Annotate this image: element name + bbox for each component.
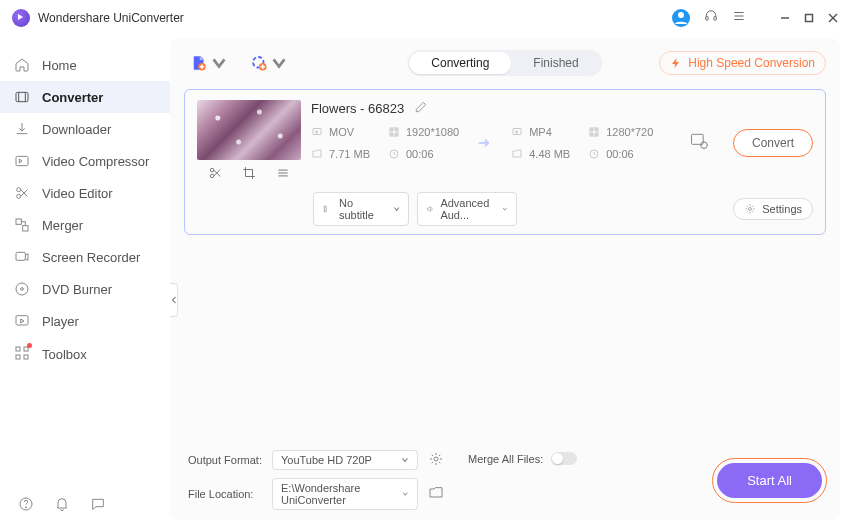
sidebar-item-editor[interactable]: Video Editor (0, 177, 170, 209)
open-folder-icon[interactable] (428, 485, 444, 503)
svg-rect-23 (24, 355, 28, 359)
sidebar-item-player[interactable]: Player (0, 305, 170, 337)
svg-rect-21 (24, 347, 28, 351)
start-all-button[interactable]: Start All (717, 463, 822, 498)
tab-converting[interactable]: Converting (409, 52, 511, 74)
sidebar-item-label: Downloader (42, 122, 111, 137)
edit-name-icon[interactable] (414, 100, 428, 117)
sidebar-item-label: Merger (42, 218, 83, 233)
target-meta: MP4 1280*720 4.48 MB 00:06 (511, 123, 653, 163)
high-speed-label: High Speed Conversion (688, 56, 815, 70)
feedback-icon[interactable] (90, 496, 106, 516)
source-meta: MOV 1920*1080 7.71 MB 00:06 (311, 123, 459, 163)
headset-icon[interactable] (704, 9, 718, 27)
settings-button[interactable]: Settings (733, 198, 813, 220)
main-panel: Converting Finished High Speed Conversio… (170, 39, 840, 520)
sidebar-item-merger[interactable]: Merger (0, 209, 170, 241)
svg-point-43 (434, 457, 438, 461)
svg-point-17 (16, 283, 28, 295)
svg-point-0 (678, 12, 684, 18)
svg-rect-38 (590, 128, 598, 136)
user-avatar[interactable] (672, 9, 690, 27)
file-name: Flowers - 66823 (311, 101, 404, 116)
svg-point-30 (210, 174, 214, 178)
svg-point-41 (701, 142, 708, 149)
close-button[interactable] (828, 13, 838, 23)
svg-point-25 (25, 507, 26, 508)
svg-rect-7 (806, 14, 813, 21)
maximize-button[interactable] (804, 13, 814, 23)
bell-icon[interactable] (54, 496, 70, 516)
svg-point-42 (749, 208, 752, 211)
svg-rect-22 (16, 355, 20, 359)
output-format-select[interactable]: YouTube HD 720P (272, 450, 418, 470)
output-settings-icon[interactable] (689, 131, 709, 155)
merge-label: Merge All Files: (468, 453, 543, 465)
sidebar-item-recorder[interactable]: Screen Recorder (0, 241, 170, 273)
help-icon[interactable] (18, 496, 34, 516)
add-file-button[interactable] (190, 54, 228, 72)
merge-toggle[interactable] (551, 452, 577, 465)
video-thumbnail[interactable] (197, 100, 301, 160)
output-format-label: Output Format: (188, 454, 262, 466)
sidebar-item-label: Home (42, 58, 77, 73)
svg-rect-10 (16, 92, 28, 101)
svg-rect-15 (23, 226, 28, 231)
svg-rect-35 (390, 128, 398, 136)
app-title: Wondershare UniConverter (38, 11, 184, 25)
sidebar-item-label: Video Editor (42, 186, 113, 201)
svg-point-12 (17, 188, 21, 192)
tab-switch: Converting Finished (407, 50, 602, 76)
audio-select[interactable]: Advanced Aud... (417, 192, 517, 226)
svg-point-29 (210, 168, 214, 172)
more-icon[interactable] (276, 166, 290, 184)
sidebar-item-label: Video Compressor (42, 154, 149, 169)
svg-rect-16 (16, 252, 25, 260)
sidebar-item-downloader[interactable]: Downloader (0, 113, 170, 145)
minimize-button[interactable] (780, 13, 790, 23)
sidebar-item-home[interactable]: Home (0, 49, 170, 81)
arrow-icon (475, 133, 495, 153)
sidebar-item-toolbox[interactable]: Toolbox (0, 337, 170, 372)
trim-icon[interactable] (208, 166, 222, 184)
sidebar-item-converter[interactable]: Converter (0, 81, 170, 113)
subtitle-select[interactable]: No subtitle (313, 192, 409, 226)
format-settings-icon[interactable] (428, 451, 444, 469)
menu-icon[interactable] (732, 9, 746, 27)
sidebar-item-label: Screen Recorder (42, 250, 140, 265)
collapse-sidebar-button[interactable] (170, 283, 178, 317)
sidebar-item-dvd[interactable]: DVD Burner (0, 273, 170, 305)
sidebar-item-label: Toolbox (42, 347, 87, 362)
file-location-label: File Location: (188, 488, 262, 500)
crop-icon[interactable] (242, 166, 256, 184)
app-logo (12, 9, 30, 27)
sidebar-item-label: DVD Burner (42, 282, 112, 297)
svg-point-13 (17, 194, 21, 198)
titlebar: Wondershare UniConverter (0, 0, 850, 35)
svg-point-18 (21, 288, 24, 291)
file-location-select[interactable]: E:\Wondershare UniConverter (272, 478, 418, 510)
sidebar-item-label: Converter (42, 90, 103, 105)
high-speed-toggle[interactable]: High Speed Conversion (659, 51, 826, 75)
svg-rect-2 (714, 16, 716, 19)
svg-rect-20 (16, 347, 20, 351)
sidebar-item-compressor[interactable]: Video Compressor (0, 145, 170, 177)
add-folder-button[interactable] (250, 54, 288, 72)
sidebar-item-label: Player (42, 314, 79, 329)
svg-rect-14 (16, 219, 21, 224)
svg-rect-1 (706, 16, 708, 19)
convert-button[interactable]: Convert (733, 129, 813, 157)
tab-finished[interactable]: Finished (511, 52, 600, 74)
sidebar: Home Converter Downloader Video Compress… (0, 35, 170, 528)
file-card: Flowers - 66823 MOV 1920*1080 7.71 MB 00… (184, 89, 826, 235)
footer: Output Format: YouTube HD 720P File Loca… (184, 442, 826, 510)
